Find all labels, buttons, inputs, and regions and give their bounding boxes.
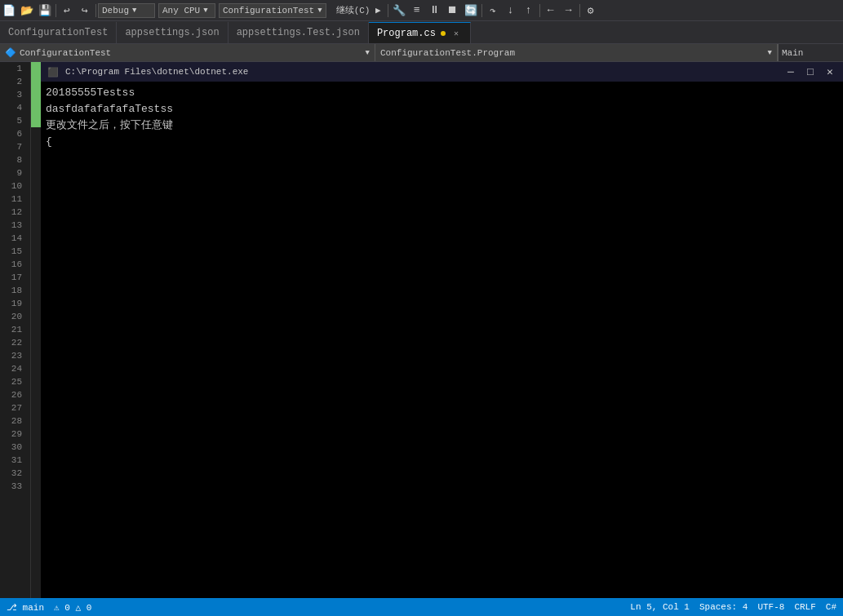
debug-dropdown[interactable]: Debug ▼ — [98, 3, 155, 18]
tab-program[interactable]: Program.cs ✕ — [369, 22, 471, 43]
debug-arrow: ▼ — [132, 7, 136, 15]
line-30: 30 — [0, 441, 25, 454]
project-arrow: ▼ — [317, 7, 322, 15]
line-6: 6 — [0, 127, 25, 140]
gutter-line-23 — [31, 349, 41, 362]
console-close-button[interactable]: ✕ — [823, 65, 836, 78]
line-8: 8 — [0, 153, 25, 166]
console-line-4: { — [46, 134, 838, 150]
project-dropdown[interactable]: ConfigurationTest ▼ — [219, 3, 326, 18]
open-icon[interactable]: 📂 — [18, 2, 36, 20]
console-minimize-button[interactable]: ─ — [784, 65, 797, 78]
console-line-3: 更改文件之后，按下任意键 — [46, 117, 838, 134]
line-22: 22 — [0, 336, 25, 349]
line-31: 31 — [0, 454, 25, 467]
line-2: 2 — [0, 75, 25, 88]
stop-icon[interactable]: ⏹ — [444, 2, 462, 20]
separator-1 — [55, 4, 56, 17]
line-33: 33 — [0, 480, 25, 493]
console-content[interactable]: 20185555Testss dasfdafafafafaTestss 更改文件… — [41, 82, 843, 598]
separator-4 — [481, 4, 482, 17]
line-19: 19 — [0, 297, 25, 310]
status-encoding: UTF-8 — [757, 602, 784, 612]
separator-3 — [388, 4, 388, 17]
gutter-line-15 — [31, 245, 41, 258]
code-area[interactable]: us us us ⬛ C:\Program Files\dotnet\dotne… — [41, 62, 843, 598]
nav-member-dropdown[interactable]: ConfigurationTest.Program ▼ — [375, 44, 778, 61]
main-area: −1 2 3 4 −5 6 −7 8 −9 10 11 12 13 14 15 … — [0, 62, 843, 598]
tab-appsettings-label: appsettings.json — [125, 27, 219, 38]
line-20: 20 — [0, 310, 25, 323]
line-26: 26 — [0, 388, 25, 401]
console-output-4: { — [46, 135, 52, 148]
pause-icon[interactable]: ⏸ — [426, 2, 444, 20]
redo-icon[interactable]: ↪ — [76, 2, 94, 20]
continue-button[interactable]: 继续(C) ▶ — [331, 0, 386, 20]
line-14: 14 — [0, 232, 25, 245]
line-29: 29 — [0, 428, 25, 441]
nav-class-dropdown[interactable]: 🔷 ConfigurationTest ▼ — [0, 44, 375, 61]
status-bar: ⎇ main ⚠ 0 △ 0 Ln 5, Col 1 Spaces: 4 UTF… — [0, 598, 843, 616]
forward-icon[interactable]: → — [560, 2, 578, 20]
gutter-line-2 — [31, 75, 41, 88]
threads-icon[interactable]: ≡ — [408, 2, 426, 20]
gutter-line-1 — [31, 62, 41, 75]
gutter-line-8 — [31, 153, 41, 166]
tab-configurationtest[interactable]: ConfigurationTest — [0, 22, 117, 43]
tab-appsettings-test[interactable]: appsettings.Test.json — [228, 22, 369, 43]
gutter-line-29 — [31, 428, 41, 441]
line-5: −5 — [0, 114, 25, 127]
tab-configurationtest-label: ConfigurationTest — [8, 27, 108, 38]
gutter-line-30 — [31, 441, 41, 454]
tab-modified-dot — [441, 31, 446, 36]
nav-member-arrow: ▼ — [768, 49, 772, 57]
console-titlebar: ⬛ C:\Program Files\dotnet\dotnet.exe ─ □… — [41, 62, 843, 82]
gutter — [31, 62, 41, 598]
line-25: 25 — [0, 375, 25, 388]
cpu-arrow: ▼ — [203, 7, 207, 15]
top-toolbar: 📄 📂 💾 ↩ ↪ Debug ▼ Any CPU ▼ Configuratio… — [0, 0, 843, 21]
gutter-line-31 — [31, 454, 41, 467]
tab-program-label: Program.cs — [377, 28, 436, 39]
cpu-label: Any CPU — [162, 6, 200, 16]
step-out-icon[interactable]: ↑ — [520, 2, 538, 20]
status-language: C# — [826, 602, 836, 612]
gutter-line-6 — [31, 127, 41, 140]
step-into-icon[interactable]: ↓ — [502, 2, 520, 20]
diagnostics-icon[interactable]: 🔧 — [390, 2, 408, 20]
cpu-dropdown[interactable]: Any CPU ▼ — [158, 3, 215, 18]
tab-appsettings[interactable]: appsettings.json — [117, 22, 228, 43]
tab-appsettings-test-label: appsettings.Test.json — [237, 27, 360, 38]
gutter-line-21 — [31, 323, 41, 336]
line-32: 32 — [0, 467, 25, 480]
line-10: 10 — [0, 179, 25, 193]
line-13: 13 — [0, 219, 25, 232]
line-16: 16 — [0, 258, 25, 271]
continue-label: 继续(C) ▶ — [336, 4, 381, 16]
nav-class-arrow: ▼ — [366, 49, 370, 57]
gutter-line-17 — [31, 271, 41, 284]
gutter-line-18 — [31, 284, 41, 297]
gutter-line-19 — [31, 297, 41, 310]
restart-icon[interactable]: 🔄 — [462, 2, 480, 20]
console-maximize-button[interactable]: □ — [804, 65, 817, 78]
back-icon[interactable]: ← — [542, 2, 560, 20]
settings-icon[interactable]: ⚙ — [582, 2, 600, 20]
line-21: 21 — [0, 323, 25, 336]
step-over-icon[interactable]: ↷ — [484, 2, 502, 20]
save-icon[interactable]: 💾 — [36, 2, 54, 20]
line-18: 18 — [0, 284, 25, 297]
undo-icon[interactable]: ↩ — [58, 2, 76, 20]
tab-bar: ConfigurationTest appsettings.json appse… — [0, 21, 843, 44]
tab-close-button[interactable]: ✕ — [450, 28, 462, 39]
nav-member-label: ConfigurationTest.Program — [380, 48, 515, 58]
gutter-line-16 — [31, 258, 41, 271]
console-output-2: dasfdafafafafaTestss — [46, 103, 173, 115]
line-15: 15 — [0, 245, 25, 258]
new-file-icon[interactable]: 📄 — [0, 2, 18, 20]
project-label: ConfigurationTest — [223, 6, 314, 16]
gutter-line-14 — [31, 232, 41, 245]
nav-class-label: ConfigurationTest — [20, 48, 111, 58]
gutter-line-22 — [31, 336, 41, 349]
line-3: 3 — [0, 88, 25, 101]
